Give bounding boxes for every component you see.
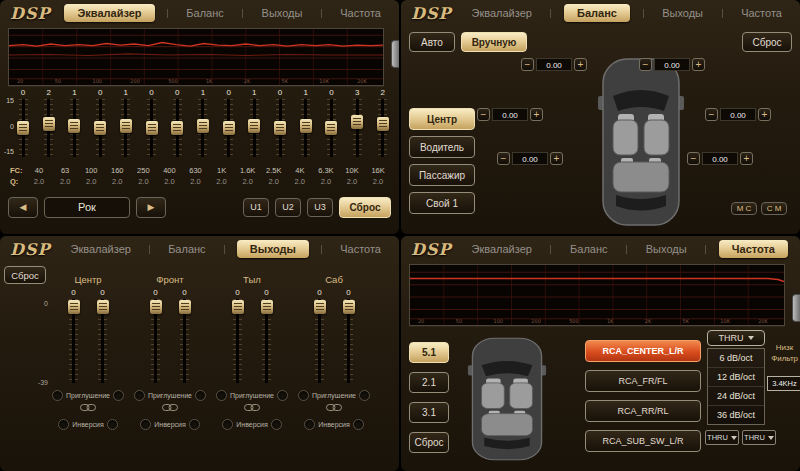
band-slider-thumb[interactable] bbox=[377, 117, 389, 131]
output-slider-track[interactable] bbox=[233, 299, 242, 383]
band-slider-thumb[interactable] bbox=[248, 119, 260, 133]
band-slider-track[interactable] bbox=[121, 99, 130, 157]
tab-balance[interactable]: Баланс bbox=[564, 4, 630, 22]
eq-reset-button[interactable]: Сброс bbox=[339, 197, 391, 218]
band-slider-track[interactable] bbox=[276, 99, 285, 157]
preset-prev-button[interactable]: ◀ bbox=[8, 197, 38, 218]
position-passenger-button[interactable]: Пассажир bbox=[409, 164, 475, 186]
eq-band[interactable]: 0 bbox=[272, 88, 288, 157]
band-slider-thumb[interactable] bbox=[223, 121, 235, 135]
preset-button[interactable]: Рок bbox=[44, 197, 130, 218]
output-slider-thumb[interactable] bbox=[314, 300, 326, 314]
output-channel[interactable]: 0 bbox=[344, 288, 353, 383]
tab-outputs[interactable]: Выходы bbox=[237, 240, 309, 258]
cm-toggle-button[interactable]: C M bbox=[761, 202, 787, 215]
band-slider-thumb[interactable] bbox=[43, 117, 55, 131]
eq-band[interactable]: 1 bbox=[298, 88, 314, 157]
mute-right-checkbox[interactable] bbox=[277, 390, 288, 401]
band-slider-track[interactable] bbox=[19, 99, 28, 157]
tab-frequency[interactable]: Частота bbox=[735, 5, 788, 21]
tab-balance[interactable]: Баланс bbox=[162, 241, 211, 257]
band-slider-thumb[interactable] bbox=[17, 121, 29, 135]
balance-auto-button[interactable]: Авто bbox=[409, 32, 455, 52]
channel-rca-rear-button[interactable]: RCA_RR/RL bbox=[585, 400, 701, 422]
level-plus-button[interactable]: + bbox=[740, 152, 753, 165]
slope-option-6db[interactable]: 6 dB/oct bbox=[708, 349, 764, 368]
slope-option-36db[interactable]: 36 dB/oct bbox=[708, 406, 764, 424]
tab-frequency[interactable]: Частота bbox=[334, 5, 387, 21]
side-panel-handle[interactable] bbox=[391, 40, 399, 68]
output-slider-thumb[interactable] bbox=[343, 300, 355, 314]
tab-frequency[interactable]: Частота bbox=[334, 241, 387, 257]
link-icon[interactable] bbox=[326, 403, 342, 412]
level-plus-button[interactable]: + bbox=[758, 108, 771, 121]
mute-right-checkbox[interactable] bbox=[195, 390, 206, 401]
output-channel[interactable]: 0 bbox=[98, 288, 107, 383]
band-slider-thumb[interactable] bbox=[351, 115, 363, 129]
eq-band[interactable]: 0 bbox=[15, 88, 31, 157]
mute-left-checkbox[interactable] bbox=[216, 390, 227, 401]
output-channel[interactable]: 0 bbox=[233, 288, 242, 383]
band-slider-track[interactable] bbox=[96, 99, 105, 157]
invert-right-checkbox[interactable] bbox=[271, 419, 282, 430]
mute-right-checkbox[interactable] bbox=[359, 390, 370, 401]
tab-outputs[interactable]: Выходы bbox=[640, 241, 693, 257]
channel-rca-front-button[interactable]: RCA_FR/FL bbox=[585, 370, 701, 392]
band-slider-thumb[interactable] bbox=[197, 119, 209, 133]
band-slider-track[interactable] bbox=[378, 99, 387, 157]
channel-rca-sub-button[interactable]: RCA_SUB_SW_L/R bbox=[585, 430, 701, 452]
frequency-reset-button[interactable]: Сброс bbox=[409, 432, 449, 453]
mode-3-1-button[interactable]: 3.1 bbox=[409, 402, 449, 423]
output-channel[interactable]: 0 bbox=[315, 288, 324, 383]
tab-outputs[interactable]: Выходы bbox=[256, 5, 309, 21]
eq-band[interactable]: 1 bbox=[118, 88, 134, 157]
tab-equalizer[interactable]: Эквалайзер bbox=[64, 4, 154, 22]
level-plus-button[interactable]: + bbox=[550, 152, 563, 165]
level-minus-button[interactable]: − bbox=[705, 108, 718, 121]
level-minus-button[interactable]: − bbox=[497, 152, 510, 165]
output-slider-track[interactable] bbox=[69, 299, 78, 383]
tab-equalizer[interactable]: Эквалайзер bbox=[465, 241, 537, 257]
band-slider-thumb[interactable] bbox=[325, 121, 337, 135]
preset-next-button[interactable]: ▶ bbox=[136, 197, 166, 218]
mute-left-checkbox[interactable] bbox=[134, 390, 145, 401]
eq-band[interactable]: 0 bbox=[169, 88, 185, 157]
eq-band[interactable]: 1 bbox=[195, 88, 211, 157]
eq-band[interactable]: 1 bbox=[66, 88, 82, 157]
position-custom-button[interactable]: Свой 1 bbox=[409, 192, 475, 214]
band-slider-thumb[interactable] bbox=[274, 121, 286, 135]
balance-manual-button[interactable]: Вручную bbox=[461, 32, 527, 52]
eq-band[interactable]: 0 bbox=[323, 88, 339, 157]
band-slider-track[interactable] bbox=[224, 99, 233, 157]
eq-band[interactable]: 0 bbox=[221, 88, 237, 157]
level-minus-button[interactable]: − bbox=[521, 58, 534, 71]
band-slider-track[interactable] bbox=[173, 99, 182, 157]
invert-left-checkbox[interactable] bbox=[304, 419, 315, 430]
tab-frequency[interactable]: Частота bbox=[719, 240, 788, 258]
output-slider-track[interactable] bbox=[344, 299, 353, 383]
mute-left-checkbox[interactable] bbox=[52, 390, 63, 401]
level-plus-button[interactable]: + bbox=[692, 58, 705, 71]
position-center-button[interactable]: Центр bbox=[409, 108, 475, 130]
thru-select-left[interactable]: THRU bbox=[705, 430, 739, 445]
band-slider-track[interactable] bbox=[70, 99, 79, 157]
eq-band[interactable]: 3 bbox=[349, 88, 365, 157]
invert-right-checkbox[interactable] bbox=[353, 419, 364, 430]
level-minus-button[interactable]: − bbox=[477, 108, 490, 121]
position-driver-button[interactable]: Водитель bbox=[409, 136, 475, 158]
band-slider-track[interactable] bbox=[301, 99, 310, 157]
output-channel[interactable]: 0 bbox=[151, 288, 160, 383]
band-slider-thumb[interactable] bbox=[300, 119, 312, 133]
output-slider-thumb[interactable] bbox=[261, 300, 273, 314]
thru-select-right[interactable]: THRU bbox=[742, 430, 776, 445]
band-slider-thumb[interactable] bbox=[94, 121, 106, 135]
output-slider-track[interactable] bbox=[151, 299, 160, 383]
link-icon[interactable] bbox=[162, 403, 178, 412]
eq-band[interactable]: 0 bbox=[144, 88, 160, 157]
link-icon[interactable] bbox=[244, 403, 260, 412]
tab-balance[interactable]: Баланс bbox=[180, 5, 229, 21]
output-channel[interactable]: 0 bbox=[180, 288, 189, 383]
level-plus-button[interactable]: + bbox=[530, 108, 543, 121]
tab-balance[interactable]: Баланс bbox=[564, 241, 613, 257]
band-slider-thumb[interactable] bbox=[68, 119, 80, 133]
